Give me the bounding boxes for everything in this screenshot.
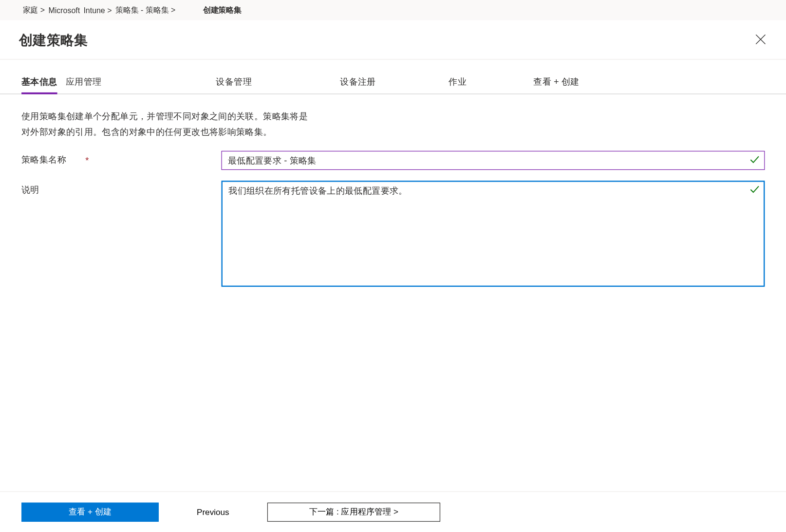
close-icon: [755, 34, 766, 47]
tab-basics[interactable]: 基本信息: [21, 76, 57, 94]
review-create-button[interactable]: 查看 + 创建: [21, 503, 159, 522]
close-button[interactable]: [753, 32, 768, 49]
wizard-tabs: 基本信息 应用管理 设备管理 设备注册 作业 查看 + 创建: [0, 60, 786, 94]
tab-device-enrollment[interactable]: 设备注册: [340, 76, 376, 94]
description-text: 使用策略集创建单个分配单元，并管理不同对象之间的关联。策略集将是 对外部对象的引…: [21, 109, 765, 139]
required-indicator: *: [85, 155, 89, 165]
policy-set-name-input[interactable]: [221, 151, 765, 170]
tab-app-management[interactable]: 应用管理: [66, 76, 102, 94]
description-label: 说明: [21, 184, 39, 196]
wizard-footer: 查看 + 创建 Previous 下一篇 : 应用程序管理 >: [0, 491, 786, 532]
previous-button[interactable]: Previous: [181, 503, 244, 522]
tab-assignments[interactable]: 作业: [449, 76, 467, 94]
policy-set-name-label: 策略集名称: [21, 154, 66, 165]
breadcrumb-microsoft[interactable]: Microsoft: [48, 6, 80, 15]
tab-device-management[interactable]: 设备管理: [216, 76, 252, 94]
next-button[interactable]: 下一篇 : 应用程序管理 >: [267, 503, 440, 522]
breadcrumb-intune[interactable]: Intune >: [83, 6, 112, 15]
page-title: 创建策略集: [19, 31, 88, 50]
breadcrumb-policy-sets[interactable]: 策略集 - 策略集 >: [115, 5, 175, 16]
breadcrumb-current: 创建策略集: [203, 5, 242, 16]
form-row-description: 说明: [21, 181, 765, 289]
description-textarea[interactable]: [221, 181, 765, 287]
content-area: 使用策略集创建单个分配单元，并管理不同对象之间的关联。策略集将是 对外部对象的引…: [0, 94, 786, 492]
breadcrumb: 家庭 > Microsoft Intune > 策略集 - 策略集 > 创建策略…: [0, 0, 786, 20]
breadcrumb-home[interactable]: 家庭 >: [23, 5, 45, 16]
form-row-name: 策略集名称 *: [21, 151, 765, 170]
title-row: 创建策略集: [0, 20, 786, 60]
tab-review-create[interactable]: 查看 + 创建: [533, 76, 579, 94]
